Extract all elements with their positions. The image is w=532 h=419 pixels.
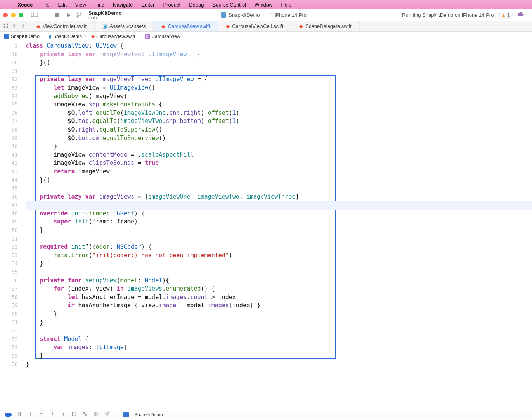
menu-view[interactable]: View	[75, 2, 86, 8]
svg-rect-7	[4, 24, 5, 25]
debug-view-hierarchy-button[interactable]	[71, 411, 77, 418]
swift-icon: ◆	[299, 23, 303, 29]
debug-step-over-button[interactable]	[39, 411, 44, 418]
menu-file[interactable]: File	[42, 2, 50, 8]
menu-edit[interactable]: Edit	[58, 2, 66, 8]
scheme-branch: main	[88, 16, 121, 20]
tab-label: ViewController.swift	[43, 23, 87, 29]
warnings-badge[interactable]: ▲ 1	[498, 12, 513, 19]
app-icon	[221, 12, 226, 18]
svg-rect-10	[7, 26, 8, 28]
nav-back-button[interactable]	[12, 23, 17, 29]
debug-continue-button[interactable]	[28, 411, 33, 418]
run-destination-app: SnapKitDemo	[229, 12, 260, 18]
tab-scenedelegate-swift[interactable]: ◆SceneDelegate.swift	[291, 21, 360, 31]
scheme-selector[interactable]: SnapKitDemo main	[85, 10, 125, 20]
tab-label: CarousalViewCell.swift	[232, 23, 283, 29]
line-gutter: 3183031323334353637383940414243444546474…	[0, 41, 23, 410]
tab-bar: ◆ViewController.swift▣Assets.xcassets◆Ca…	[0, 21, 532, 32]
swift-icon: ◆	[161, 23, 165, 29]
debug-memory-graph-button[interactable]	[82, 411, 88, 418]
svg-rect-0	[31, 12, 38, 17]
menu-window[interactable]: Window	[255, 2, 272, 8]
window-zoom-button[interactable]	[19, 13, 23, 17]
tab-carousalview-swift[interactable]: ◆CarousalView.swift	[154, 21, 218, 31]
tab-label: CarousalView.swift	[168, 23, 210, 29]
apple-logo-icon[interactable]: 	[7, 2, 9, 8]
tab-assets-xcassets[interactable]: ▣Assets.xcassets	[95, 21, 154, 31]
svg-point-6	[80, 13, 81, 14]
swift-icon: ◆	[91, 34, 95, 39]
menu-editor[interactable]: Editor	[141, 2, 154, 8]
swift-icon: ◆	[36, 23, 40, 29]
debug-environment-button[interactable]	[93, 411, 99, 418]
class-icon: C	[145, 34, 150, 39]
source-editor[interactable]: 3183031323334353637383940414243444546474…	[0, 41, 532, 410]
svg-point-4	[77, 13, 78, 14]
svg-point-16	[85, 414, 87, 416]
cloud-status-icon[interactable]	[517, 12, 524, 18]
device-icon: ▯	[270, 12, 272, 18]
scheme-name: SnapKitDemo	[88, 10, 121, 16]
svg-point-15	[83, 412, 85, 414]
debug-step-into-button[interactable]	[50, 411, 55, 418]
svg-rect-11	[19, 412, 20, 416]
menu-navigate[interactable]: Navigate	[113, 2, 133, 8]
project-icon	[4, 34, 9, 39]
debug-target-name[interactable]: SnapKitDemo	[134, 412, 163, 417]
status-text: Running SnapKitDemo on iPhone 14 Pro	[402, 12, 494, 18]
debug-location-button[interactable]	[104, 411, 109, 418]
debug-pause-button[interactable]	[17, 411, 23, 418]
menu-find[interactable]: Find	[95, 2, 104, 8]
breadcrumb-symbol[interactable]: C CarousalView	[145, 34, 180, 39]
breakpoints-toggle[interactable]	[5, 413, 12, 417]
svg-rect-12	[20, 412, 21, 416]
tab-label: Assets.xcassets	[109, 23, 146, 29]
menu-product[interactable]: Product	[163, 2, 180, 8]
project-icon	[123, 412, 129, 417]
menu-source-control[interactable]: Source Control	[213, 2, 246, 8]
run-button[interactable]	[63, 12, 74, 18]
code-area[interactable]: class CarousalView: UIView { private laz…	[23, 41, 532, 410]
warning-icon: ▲	[501, 12, 506, 18]
swift-icon: ◆	[226, 23, 230, 29]
tab-carousalviewcell-swift[interactable]: ◆CarousalViewCell.swift	[218, 21, 291, 31]
stop-button[interactable]	[52, 12, 63, 18]
svg-rect-14	[73, 413, 75, 415]
menu-debug[interactable]: Debug	[189, 2, 204, 8]
breadcrumb-file[interactable]: ◆ CarousalView.swift	[91, 34, 135, 39]
svg-rect-2	[55, 13, 59, 17]
branch-icon[interactable]	[74, 12, 85, 18]
tab-viewcontroller-swift[interactable]: ◆ViewController.swift	[29, 21, 95, 31]
toolbar: SnapKitDemo main SnapKitDemo 〉 ▯ iPhone …	[0, 9, 532, 21]
debug-step-out-button[interactable]	[61, 411, 66, 418]
menu-help[interactable]: Help	[281, 2, 291, 8]
breadcrumb-folder[interactable]: ▮ SnapKitDemo	[49, 34, 82, 39]
assets-icon: ▣	[102, 23, 107, 29]
run-destination[interactable]: SnapKitDemo 〉 ▯ iPhone 14 Pro	[125, 12, 402, 19]
sidebar-toggle-button[interactable]	[26, 12, 43, 18]
svg-marker-3	[67, 13, 71, 17]
tab-label: SceneDelegate.swift	[305, 23, 352, 29]
svg-rect-9	[4, 26, 5, 28]
breadcrumb-project[interactable]: SnapKitDemo	[4, 34, 40, 39]
related-items-button[interactable]	[3, 23, 9, 29]
debug-bar: SnapKitDemo	[0, 410, 532, 419]
breadcrumb: SnapKitDemo 〉 ▮ SnapKitDemo 〉 ◆ Carousal…	[0, 32, 532, 41]
warning-count: 1	[507, 12, 510, 18]
run-destination-device: iPhone 14 Pro	[275, 12, 307, 18]
window-close-button[interactable]	[3, 13, 8, 17]
menubar:  Xcode File Edit View Find Navigate Edi…	[0, 0, 532, 9]
window-minimize-button[interactable]	[11, 13, 16, 17]
folder-icon: ▮	[49, 34, 52, 39]
nav-forward-button[interactable]	[20, 23, 26, 29]
menu-appname[interactable]: Xcode	[17, 2, 33, 8]
svg-rect-8	[7, 24, 8, 25]
